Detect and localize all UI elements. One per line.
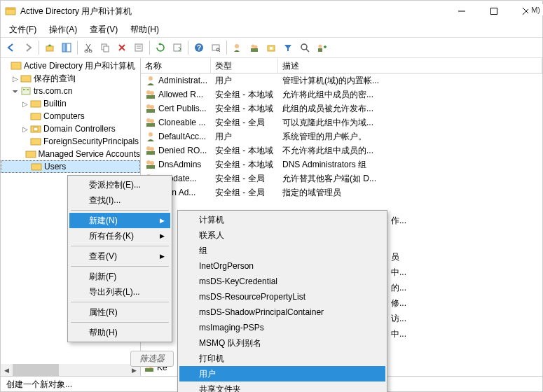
row-name: Denied RO... (158, 146, 207, 155)
tree-root[interactable]: Active Directory 用户和计算机 (1, 59, 140, 72)
group-icon (145, 117, 156, 128)
user-icon (145, 131, 156, 142)
svg-rect-29 (270, 47, 273, 50)
menu-new[interactable]: 新建(N)▶ (69, 213, 170, 228)
svg-point-54 (150, 119, 154, 123)
menu-help[interactable]: 帮助(H) (69, 325, 170, 340)
submenu-inetorg[interactable]: InetOrgPerson (179, 258, 385, 274)
submenu-user[interactable]: 用户 (179, 366, 385, 382)
search-icon[interactable] (297, 40, 312, 55)
expand-icon[interactable]: ▷ (20, 100, 30, 108)
submenu-group[interactable]: 组 (179, 243, 385, 258)
menu-properties[interactable]: 属性(R) (69, 304, 170, 320)
expand-icon[interactable]: ▷ (20, 125, 30, 133)
scroll-left-icon[interactable]: ◀ (1, 364, 13, 376)
submenu-computer[interactable]: 计算机 (179, 212, 385, 227)
show-hide-tree-button[interactable] (59, 40, 74, 55)
svg-rect-52 (146, 109, 155, 113)
minimize-button[interactable] (446, 1, 478, 22)
new-user-icon[interactable] (230, 40, 245, 55)
menu-delegate[interactable]: 委派控制(E)... (69, 177, 170, 192)
list-row[interactable]: DnsAdmins安全组 - 本地域DNS Administrators 组 (141, 158, 542, 172)
cut-button[interactable] (81, 40, 96, 55)
scroll-thumb[interactable] (13, 364, 59, 376)
submenu-msresprop[interactable]: msDS-ResourcePropertyList (179, 289, 385, 304)
submenu-contact[interactable]: 联系人 (179, 227, 385, 243)
tree-msa[interactable]: Managed Service Accounts (1, 148, 140, 160)
tree-saved-queries[interactable]: ▷ 保存的查询 (1, 72, 140, 85)
titlebar: Active Directory 用户和计算机 (1, 1, 542, 22)
refresh-button[interactable] (153, 40, 168, 55)
list-row[interactable]: Allowed R...安全组 - 本地域允许将此组中成员的密... (141, 88, 542, 102)
list-row[interactable]: sUpdate...安全组 - 全局允许替其他客户端(如 D... (141, 172, 542, 186)
menu-export-list[interactable]: 导出列表(L)... (69, 284, 170, 300)
back-button[interactable] (4, 40, 19, 55)
tree-builtin[interactable]: ▷ Builtin (1, 97, 140, 110)
close-button[interactable] (510, 1, 542, 22)
svg-line-23 (219, 51, 221, 52)
svg-rect-1 (6, 8, 15, 10)
row-name: Administrat... (158, 76, 207, 85)
list-row[interactable]: Denied RO...安全组 - 本地域不允许将此组中成员的... (141, 144, 542, 158)
tree-computers[interactable]: Computers (1, 110, 140, 122)
horizontal-scrollbar[interactable]: ◀ ▶ (1, 364, 140, 376)
filter-icon[interactable] (280, 40, 296, 55)
menu-help[interactable]: 帮助(H) (125, 22, 165, 37)
folder-icon (30, 111, 41, 122)
delete-button[interactable] (114, 40, 130, 55)
svg-line-31 (306, 49, 309, 52)
tree-domain-controllers[interactable]: ▷ Domain Controllers (1, 122, 140, 135)
submenu-msimaging[interactable]: msImaging-PSPs (179, 320, 385, 335)
svg-rect-38 (27, 89, 29, 90)
menu-refresh[interactable]: 刷新(F) (69, 269, 170, 284)
menu-file[interactable]: 文件(F) (4, 22, 42, 37)
tree-users[interactable]: Users (1, 160, 140, 173)
tree-domain[interactable]: ⏷ trs.com.cn (1, 85, 140, 97)
svg-rect-45 (32, 164, 41, 170)
tree-fsp[interactable]: ForeignSecurityPrincipals (1, 135, 140, 148)
export-list-button[interactable] (170, 40, 185, 55)
forward-button[interactable] (20, 40, 36, 55)
up-button[interactable] (42, 40, 57, 55)
find-button[interactable] (208, 40, 224, 55)
menu-action[interactable]: 操作(A) (43, 22, 83, 37)
submenu-msmq[interactable]: MSMQ 队列别名 (179, 335, 385, 351)
new-ou-icon[interactable] (263, 40, 279, 55)
svg-point-46 (149, 76, 153, 80)
properties-button[interactable] (131, 40, 146, 55)
svg-rect-55 (146, 123, 155, 127)
column-name[interactable]: 名称 (141, 58, 211, 73)
menu-all-tasks[interactable]: 所有任务(K)▶ (69, 228, 170, 244)
tree-label: Builtin (43, 99, 67, 108)
submenu-printer[interactable]: 打印机 (179, 351, 385, 366)
list-row[interactable]: Cert Publis...安全组 - 本地域此组的成员被允许发布... (141, 102, 542, 115)
list-row[interactable]: Administrat...用户管理计算机(域)的内置帐... (141, 74, 542, 88)
tree-label: Users (44, 162, 66, 172)
list-row[interactable]: main Ad...安全组 - 全局指定的域管理员 (141, 186, 542, 200)
menu-view[interactable]: 查看(V)▶ (69, 248, 170, 264)
list-row[interactable]: Cloneable ...安全组 - 全局可以克隆此组中作为域... (141, 115, 542, 130)
menu-find[interactable]: 查找(I)... (69, 192, 170, 208)
column-desc[interactable]: 描述 (278, 58, 542, 73)
svg-point-61 (150, 161, 154, 165)
help-button[interactable]: ? (191, 40, 207, 55)
submenu-mskeycred[interactable]: msDS-KeyCredential (179, 274, 385, 289)
copy-button[interactable] (97, 40, 113, 55)
column-type[interactable]: 类型 (211, 58, 278, 73)
maximize-button[interactable] (478, 1, 510, 22)
new-group-icon[interactable] (247, 40, 262, 55)
submenu-shared-folder[interactable]: 共享文件夹 (179, 382, 385, 392)
collapse-icon[interactable]: ⏷ (11, 88, 20, 95)
svg-rect-7 (62, 43, 66, 52)
submenu-msshadow[interactable]: msDS-ShadowPrincipalContainer (179, 304, 385, 320)
add-to-group-icon[interactable] (314, 40, 329, 55)
menu-view[interactable]: 查看(V) (84, 22, 123, 37)
expand-icon[interactable]: ▷ (11, 75, 20, 83)
svg-point-50 (146, 104, 151, 108)
svg-rect-43 (31, 139, 41, 145)
filter-chip[interactable]: 筛选器 (130, 351, 174, 367)
list-row[interactable]: DefaultAcc...用户系统管理的用户帐户。 (141, 130, 542, 144)
row-desc: 此组的成员被允许发布... (278, 103, 542, 115)
svg-point-24 (235, 44, 239, 48)
svg-rect-36 (22, 88, 30, 94)
